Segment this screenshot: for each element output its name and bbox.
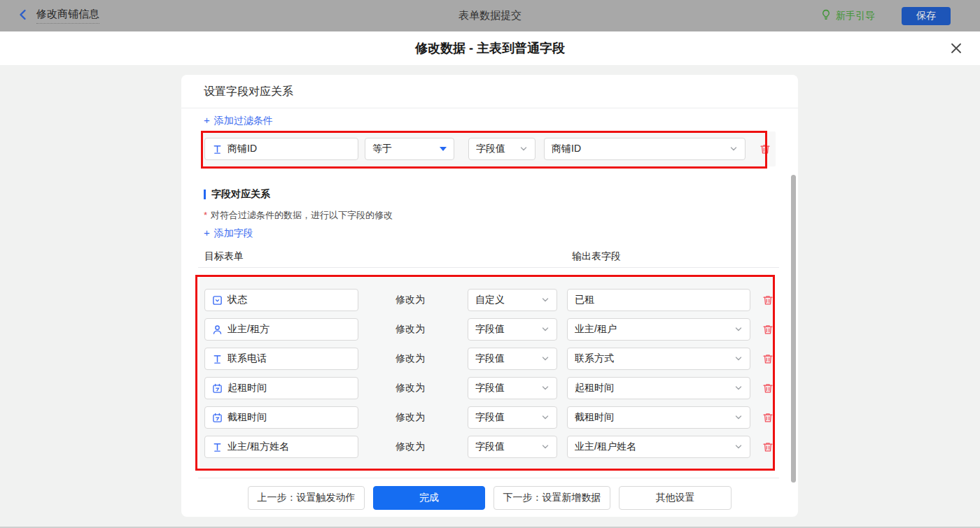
output-field-select[interactable]: 截租时间 [567,406,750,429]
delete-row-icon[interactable] [762,412,774,423]
target-field-input[interactable]: 起租时间 [204,377,358,399]
chevron-down-icon [734,443,743,451]
save-button[interactable]: 保存 [902,7,951,25]
delete-row-icon[interactable] [762,383,774,394]
lightbulb-icon [820,9,832,22]
modify-label: 修改为 [396,382,427,394]
output-value-input[interactable]: 已租 [567,289,750,311]
method-select[interactable]: 字段值 [468,406,557,429]
calendar-field-icon [212,413,223,423]
panel-title: 设置字段对应关系 [204,85,293,99]
method-select[interactable]: 字段值 [468,318,557,341]
add-field-link[interactable]: +添加字段 [204,227,253,240]
target-field-input[interactable]: 联系电话 [204,348,358,370]
mapping-panel: 设置字段对应关系 +添加过滤条件 商铺ID 等于 字段值 [181,75,798,517]
chevron-down-icon [541,296,550,304]
scrollbar-thumb[interactable] [791,175,796,483]
delete-row-icon[interactable] [762,324,774,335]
plus-icon: + [204,227,210,238]
method-select[interactable]: 字段值 [468,348,557,370]
plus-icon: + [204,114,210,126]
output-field-select[interactable]: 联系方式 [567,348,750,370]
filter-operator-select[interactable]: 等于 [365,138,454,160]
section-title: 字段对应关系 [204,188,270,201]
add-filter-link[interactable]: +添加过滤条件 [204,114,273,127]
target-field-input[interactable]: 业主/租方 [204,318,358,341]
close-icon[interactable] [949,41,963,55]
filter-value-type-select[interactable]: 字段值 [468,138,536,160]
mapping-row: 联系电话 修改为 字段值 联系方式 [200,348,775,370]
panel-header: 设置字段对应关系 [181,75,798,108]
target-field-input[interactable]: 状态 [204,289,358,311]
mapping-row: 业主/租方姓名 修改为 字段值 业主/租户姓名 [200,436,775,458]
method-select[interactable]: 字段值 [468,377,557,399]
mapping-row: 状态 修改为 自定义 已租 [200,289,775,311]
modify-label: 修改为 [396,411,427,424]
method-select[interactable]: 字段值 [468,436,557,458]
mapping-row: 截租时间 修改为 字段值 截租时间 [200,406,775,429]
dialog-header: 修改数据 - 主表到普通字段 [0,31,980,65]
footer-actions: 上一步：设置触发动作 完成 下一步：设置新增数据 其他设置 [181,486,798,510]
chevron-down-icon [541,325,550,334]
caret-down-icon [440,147,447,151]
section-description: *对符合过滤条件的数据，进行以下字段的修改 [204,209,393,222]
required-mark: * [204,210,207,220]
person-field-icon [212,324,223,335]
back-button[interactable] [17,8,29,24]
mapping-row: 业主/租方 修改为 字段值 业主/租户 [200,318,775,341]
target-field-input[interactable]: 截租时间 [204,406,358,429]
chevron-left-icon [17,8,29,24]
output-field-select[interactable]: 业主/租户 [567,318,750,341]
modify-label: 修改为 [396,294,427,306]
prev-step-button[interactable]: 上一步：设置触发动作 [248,486,365,510]
filter-field-input[interactable]: 商铺ID [204,138,358,160]
output-field-select[interactable]: 业主/租户姓名 [567,436,750,458]
target-field-input[interactable]: 业主/租方姓名 [204,436,358,458]
column-header-output: 输出表字段 [572,250,621,263]
output-field-select[interactable]: 起租时间 [567,377,750,399]
done-button[interactable]: 完成 [373,486,485,510]
dialog-title: 修改数据 - 主表到普通字段 [0,31,980,65]
field-mapping-rows: 状态 修改为 自定义 已租 业主/租 [200,278,775,468]
chevron-down-icon [541,384,550,392]
mapping-row: 起租时间 修改为 字段值 起租时间 [200,377,775,399]
other-settings-button[interactable]: 其他设置 [619,486,732,510]
chevron-down-icon [734,384,743,392]
filter-condition-row: 商铺ID 等于 字段值 商铺ID [201,131,776,166]
next-step-button[interactable]: 下一步：设置新增数据 [493,486,610,510]
text-field-icon [212,144,223,155]
modify-label: 修改为 [396,441,427,453]
chevron-down-icon [734,413,743,422]
topbar: 修改商铺信息 表单数据提交 新手引导 保存 [0,0,980,31]
calendar-field-icon [212,383,223,394]
delete-row-icon[interactable] [762,294,774,306]
flow-title[interactable]: 修改商铺信息 [36,8,99,24]
divider [198,267,779,268]
filter-value-select[interactable]: 商铺ID [544,138,746,160]
chevron-down-icon [541,443,550,451]
column-header-target: 目标表单 [204,250,244,263]
divider [198,478,779,478]
chevron-down-icon [729,145,738,153]
chevron-down-icon [734,355,743,363]
chevron-down-icon [541,355,550,363]
chevron-down-icon [734,325,743,334]
beginner-guide-label: 新手引导 [836,10,875,22]
screen: 修改商铺信息 表单数据提交 新手引导 保存 修改数据 - 主表到普通字段 设置字… [0,0,980,528]
delete-row-icon[interactable] [762,353,774,364]
modify-label: 修改为 [396,323,427,336]
beginner-guide-link[interactable]: 新手引导 [820,9,875,22]
delete-row-icon[interactable] [762,441,774,452]
select-field-icon [212,295,223,306]
modify-label: 修改为 [396,352,427,365]
chevron-down-icon [541,413,550,422]
section-accent-bar [204,190,206,199]
chevron-down-icon [519,145,528,153]
delete-filter-icon[interactable] [760,143,771,155]
text-field-icon [212,354,223,364]
text-field-icon [212,442,223,452]
method-select[interactable]: 自定义 [468,289,557,311]
